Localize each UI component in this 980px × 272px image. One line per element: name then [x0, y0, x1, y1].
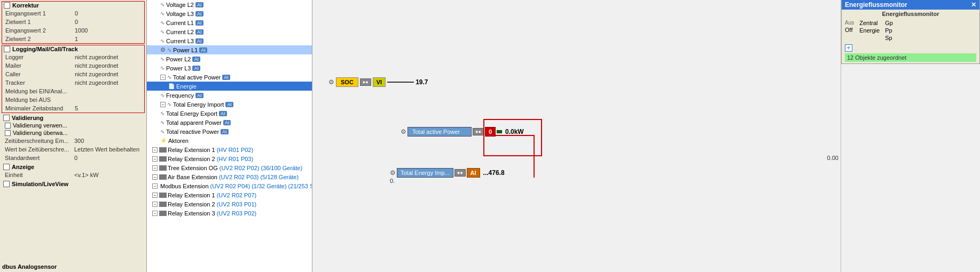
tree-item-relay-ext-2-uv2[interactable]: − Relay Extension 2 (UV2 R03 P01) [147, 199, 312, 209]
expand-icon-re3uv2[interactable]: − [152, 211, 158, 216]
tree-item-energie[interactable]: 📄 Energie [147, 82, 312, 91]
zeituberschreitung-label: Zeitüberschreitung Em... [5, 138, 74, 144]
expand-icon-re2hv[interactable]: − [152, 156, 158, 162]
tree-item-tree-ext-og[interactable]: − Tree Extension OG (UV2 R02 P02) (36/10… [147, 163, 312, 172]
anzeige-checkbox[interactable] [3, 164, 10, 170]
wave-icon: ∿ [160, 11, 164, 17]
tree-item-total-active-power[interactable]: − ∿ Total active Power AI [147, 73, 312, 82]
tree-item-modbus[interactable]: − Modbus Extension (UV2 R02 P04) (1/32 G… [147, 181, 312, 190]
tree-label-relay-ext-2-uv2: Relay Extension 2 [168, 201, 215, 207]
tap-label: Total active Power [412, 129, 460, 135]
eingangswert2-row: Eingangswert 2 1000 [2, 26, 144, 35]
expand-icon-re2uv2[interactable]: − [152, 202, 158, 207]
tree-item-relay-ext-1-uv2[interactable]: − Relay Extension 1 (UV2 R02 P07) [147, 190, 312, 199]
korrektur-label: Korrektur [12, 2, 39, 9]
validierung-header: Validierung [2, 114, 145, 122]
total-energy-import-node: ⚙ Total Energy Imp... ●● AI ...476.8 [390, 168, 505, 178]
simulation-label: Simulation/LiveView [12, 181, 68, 187]
expand-icon-tei[interactable]: − [160, 102, 166, 107]
logging-label: Logging/Mail/Call/Track [12, 46, 78, 52]
tree-item-frequency[interactable]: ∿ Frequency AI [147, 91, 312, 100]
logger-value: nicht zugeordnet [75, 54, 118, 60]
mailer-value: nicht zugeordnet [75, 62, 118, 69]
tree-item-total-energy-import[interactable]: − ∿ Total Energy Import AI [147, 100, 312, 109]
expand-icon-teog[interactable]: − [152, 165, 158, 171]
validierung-checkbox[interactable] [3, 115, 10, 121]
tree-item-total-reactive-power[interactable]: ∿ Total reactive Power AI [147, 127, 312, 136]
canvas-panel: ⚙ SOC ●● VI 19.7 ⚙ Total active Power ●●… [312, 0, 980, 272]
tree-label-relay-ext-2-hv: Relay Extension 2 [168, 156, 215, 162]
simulation-checkbox[interactable] [3, 181, 10, 187]
em-add-button[interactable]: + [845, 44, 852, 52]
logging-checkbox[interactable] [4, 46, 10, 52]
air-base-extra: (UV2 R02 P03) (5/128 Geräte) [219, 174, 299, 180]
logging-section: Logging/Mail/Call/Track Logger nicht zug… [2, 45, 145, 113]
tree-item-relay-ext-1-hv[interactable]: − Relay Extension 1 (HV R01 P02) [147, 145, 312, 154]
soc-label: SOC [341, 79, 354, 85]
tree-item-power-l1[interactable]: ⚙ ∿ Power L1 AI [147, 45, 312, 54]
expand-icon-re1hv[interactable]: − [152, 147, 158, 153]
logger-label: Logger [5, 54, 75, 60]
energy-monitor-subheader: Energieflussmonitor [842, 10, 979, 18]
tree-item-voltage-l3[interactable]: ∿ Voltage L3 AI [147, 9, 312, 18]
zielwert2-row: Zielwert 2 1 [2, 35, 144, 43]
validierung-verwenden-label: Validierung verwen... [13, 122, 67, 129]
tree-item-total-energy-export[interactable]: ∿ Total Energy Export AI [147, 109, 312, 118]
validierung-ueberwachen-row[interactable]: Validierung überwa... [2, 129, 145, 137]
validierung-ueberwachen-check[interactable] [5, 130, 11, 136]
tag-ai-tap: AI [222, 75, 230, 80]
wave-icon: ∿ [160, 110, 164, 116]
anzeige-label: Anzeige [12, 164, 34, 170]
tree-panel: ∿ Voltage L2 AI ∿ Voltage L3 AI ∿ Curren… [147, 0, 312, 272]
tree-label-power-l2: Power L2 [166, 56, 191, 62]
validierung-verwenden-row[interactable]: Validierung verwen... [2, 122, 145, 129]
wave-icon: ∿ [167, 101, 171, 107]
tree-item-power-l2[interactable]: ∿ Power L2 AI [147, 54, 312, 63]
caller-row: Caller nicht zugeordnet [2, 70, 144, 78]
tree-item-relay-ext-3-uv2[interactable]: − Relay Extension 3 (UV2 R03 P02) [147, 209, 312, 218]
tree-label-total-energy-import: Total Energy Import [173, 101, 224, 108]
expand-icon-ab[interactable]: − [152, 174, 158, 180]
tree-item-aktoren[interactable]: ⚡ Aktoren [147, 136, 312, 145]
tree-item-voltage-l2[interactable]: ∿ Voltage L2 AI [147, 0, 312, 9]
tree-item-power-l3[interactable]: ∿ Power L3 AI [147, 63, 312, 73]
tree-label-tree-ext-og: Tree Extension OG [168, 165, 218, 171]
tree-item-total-apparent-power[interactable]: ∿ Total apparent Power AI [147, 118, 312, 127]
tree-item-air-base[interactable]: − Air Base Extension (UV2 R02 P03) (5/12… [147, 172, 312, 181]
tree-label-frequency: Frequency [166, 92, 194, 99]
tag-ai-tee: AI [219, 111, 227, 116]
logging-header: Logging/Mail/Call/Track [2, 45, 144, 53]
standardwert-row: Standardwert 0 [2, 154, 145, 162]
soc-vi-box: VI [373, 77, 386, 87]
caller-label: Caller [5, 71, 75, 77]
validierung-verwenden-check[interactable] [5, 123, 11, 129]
tree-label-total-apparent-power: Total apparent Power [166, 119, 222, 126]
energy-monitor-close-icon[interactable]: ✕ [971, 1, 976, 9]
tree-label-relay-ext-3-uv2: Relay Extension 3 [168, 210, 215, 217]
tap-gear-icon: ⚙ [401, 128, 406, 135]
tree-ext-og-extra: (UV2 R02 P02) (36/100 Geräte) [219, 165, 302, 171]
expand-icon-tap[interactable]: − [160, 75, 166, 80]
wert-zeituberschreitung-value: Letzten Wert beibehalten [74, 146, 139, 153]
wave-icon: ∿ [160, 38, 164, 44]
tree-label-voltage-l3: Voltage L3 [166, 11, 194, 17]
wave-icon: ∿ [160, 119, 164, 125]
tap-conn-dots: ●● [475, 129, 481, 134]
em-zugeordnet-text: 12 Objekte zugeordnet [847, 54, 906, 61]
energy-monitor-title: Energieflussmonitor [845, 1, 907, 9]
tree-item-current-l2[interactable]: ∿ Current L2 AI [147, 27, 312, 36]
eingangswert2-value: 1000 [75, 27, 88, 34]
wave-icon: ∿ [160, 65, 164, 71]
eingangswert2-label: Eingangswert 2 [5, 27, 75, 34]
tree-item-relay-ext-2-hv[interactable]: − Relay Extension 2 (HV R01 P03) [147, 154, 312, 163]
tree-label-total-reactive-power: Total reactive Power [166, 129, 219, 135]
expand-icon-mb[interactable]: − [152, 183, 158, 189]
tree-item-current-l1[interactable]: ∿ Current L1 AI [147, 18, 312, 27]
zeituberschreitung-row: Zeitüberschreitung Em... 300 [2, 137, 145, 145]
expand-icon-re1uv2[interactable]: − [152, 193, 158, 198]
korrektur-checkbox[interactable] [4, 2, 10, 9]
meldung-ein-row: Meldung bei EIN/Anal... [2, 87, 144, 95]
tree-item-current-l3[interactable]: ∿ Current L3 AI [147, 36, 312, 45]
wave-icon: ∿ [160, 129, 164, 134]
em-zentral-value: Zentral [859, 20, 880, 26]
